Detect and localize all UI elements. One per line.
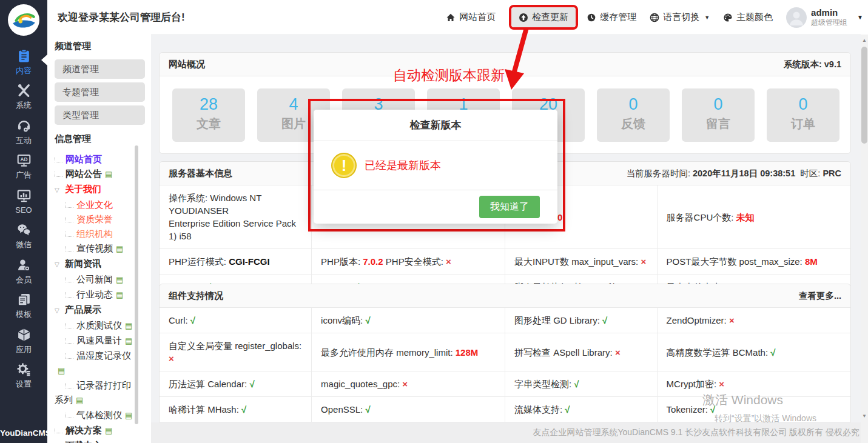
seo-icon [16, 188, 32, 204]
tree-item-资质荣誉[interactable]: 资质荣誉 [55, 212, 145, 227]
tree-line [55, 157, 62, 162]
tree-item-解决方案[interactable]: 解决方案▤ [55, 423, 145, 438]
nav-item-语言切换[interactable]: 语言切换▼ [650, 12, 710, 23]
info-cell: 最多允许使用内存 memory_limit: 128M [312, 333, 505, 371]
info-cell: ZendOptmizer: × [657, 308, 850, 333]
system-version: 系统版本: v9.1 [784, 59, 841, 70]
doc-icon: ▤ [76, 393, 83, 408]
active-section-pointer [41, 55, 47, 65]
sidebar-item-label: SEO [15, 205, 32, 215]
submenu-scrollbar-thumb[interactable] [135, 145, 138, 424]
tree-line [66, 202, 73, 208]
sidebar-item-微信[interactable]: 微信 [0, 219, 47, 255]
tree-item-关于我们[interactable]: ▽关于我们 [55, 182, 145, 198]
info-cell: 最大INPUT数 max_input_vars: × [505, 249, 657, 275]
nav-item-label: 检查更新 [532, 12, 568, 23]
stat-card: 0留言 [682, 88, 755, 142]
menu-section-info: 信息管理 [55, 133, 145, 145]
info-cell: 字串类型检测: √ [505, 371, 657, 397]
sidebar-item-SEO[interactable]: SEO [0, 184, 47, 219]
tree-item-label: 行业动态 [76, 289, 113, 299]
tree-line [55, 172, 62, 177]
sidebar-item-模板[interactable]: 模板 [0, 289, 47, 324]
update-icon [519, 13, 528, 22]
nav-item-检查更新[interactable]: 检查更新 [511, 7, 576, 27]
tree-item-网站首页[interactable]: 网站首页 [55, 152, 145, 167]
tree-item-label: 企业文化 [76, 199, 113, 210]
sidebar-item-系统[interactable]: 系统 [0, 80, 47, 115]
info-cell: POST最大字节数 post_max_size: 8M [657, 249, 850, 275]
stat-value: 0 [767, 95, 839, 114]
tree-item-行业动态[interactable]: 行业动态▤ [55, 287, 145, 302]
sidebar-item-会员[interactable]: 会员 [0, 254, 47, 289]
scroll-up-icon[interactable]: ▲ [861, 38, 868, 43]
tree-item-下载中心[interactable]: 下载中心▤ [55, 438, 145, 443]
nav-item-缓存管理[interactable]: 缓存管理 [587, 12, 636, 23]
info-cell: magic_quotes_gpc: × [312, 371, 505, 397]
tree-line [55, 428, 62, 433]
sidebar-item-内容[interactable]: 内容 [0, 45, 47, 80]
menu-button-专题管理[interactable]: 专题管理 [55, 82, 145, 102]
stat-value: 0 [682, 95, 755, 114]
doc-icon: ▤ [125, 334, 132, 348]
tree-collapse-icon[interactable]: ▽ [55, 183, 63, 198]
globe-icon [650, 13, 659, 22]
nav-item-label: 语言切换 [663, 12, 699, 23]
info-cell: PHP运行模式: CGI-FCGI [160, 249, 312, 275]
nav-item-网站首页[interactable]: 网站首页 [446, 12, 496, 23]
info-cell: PHP版本: 7.0.2 PHP安全模式: × [312, 249, 505, 275]
tree-item-温湿度记录仪[interactable]: 温湿度记录仪 ▤ [55, 348, 145, 378]
user-role: 超级管理组 [811, 18, 847, 27]
user-menu[interactable]: admin超级管理组 [786, 7, 847, 28]
tree-item-label: 风速风量计 [76, 335, 122, 345]
tree-collapse-icon[interactable]: ▽ [55, 304, 63, 318]
main-scrollbar[interactable]: ▲ ▼ [861, 35, 868, 443]
tree-item-公司新闻[interactable]: 公司新闻▤ [55, 272, 145, 287]
tree-item-网站公告[interactable]: 网站公告▤ [55, 167, 145, 182]
tree-item-label: 关于我们 [65, 184, 101, 194]
info-cell: MCrypt加密: × [657, 371, 850, 397]
tree-item-企业文化[interactable]: 企业文化 [55, 198, 145, 212]
tree-item-水质测试仪[interactable]: 水质测试仪▤ [55, 318, 145, 333]
tree-item-宣传视频[interactable]: 宣传视频▤ [55, 241, 145, 256]
table-row: 历法运算 Calendar: √magic_quotes_gpc: ×字串类型检… [160, 371, 850, 397]
home-icon [446, 13, 456, 22]
tree-item-新闻资讯[interactable]: ▽新闻资讯 [55, 256, 145, 272]
menu-button-频道管理[interactable]: 频道管理 [55, 59, 145, 79]
nav-item-主题颜色[interactable]: 主题颜色 [723, 12, 773, 23]
user-meta: admin超级管理组 [811, 7, 847, 27]
info-cell: Curl: √ [160, 308, 312, 333]
sidebar-item-应用[interactable]: 应用 [0, 324, 47, 359]
copyright-text: 友点企业网站管理系统YouDianCMS 9.1 长沙友点软件科技有限公司 版权… [533, 427, 860, 438]
tree-item-气体检测仪[interactable]: 气体检测仪▤ [55, 408, 145, 423]
table-row: Curl: √iconv编码: √图形处理 GD Library: √ZendO… [160, 308, 850, 333]
confirm-button[interactable]: 我知道了 [479, 196, 540, 218]
tree-line [66, 383, 73, 388]
doc-icon: ▤ [58, 364, 65, 378]
system-icon [16, 83, 32, 98]
tree-item-风速风量计[interactable]: 风速风量计▤ [55, 333, 145, 348]
tree-item-label: 解决方案 [66, 425, 102, 435]
tree-item-记录器打打印系列[interactable]: 记录器打打印 系列▤ [55, 378, 145, 408]
view-more-link[interactable]: 查看更多... [799, 290, 841, 302]
sidebar-item-互动[interactable]: 互动 [0, 115, 47, 150]
sidebar-item-广告[interactable]: AD广告 [0, 150, 47, 185]
app-logo[interactable] [8, 4, 39, 36]
menu-button-类型管理[interactable]: 类型管理 [55, 105, 145, 125]
tree-item-产品展示[interactable]: ▽产品展示 [55, 302, 145, 318]
stat-label: 反馈 [597, 116, 670, 132]
tree-item-label: 宣传视频 [76, 243, 113, 253]
sidebar-item-设置[interactable]: 设置 [0, 359, 47, 394]
components-title: 组件支持情况 [169, 290, 223, 302]
interact-icon [16, 118, 32, 133]
menu-button-group: 频道管理专题管理类型管理 [55, 59, 145, 125]
user-chevron-down-icon[interactable]: ▼ [857, 14, 863, 21]
sidebar-item-label: 模板 [16, 309, 32, 320]
scroll-down-icon[interactable]: ▼ [861, 413, 868, 419]
tree-collapse-icon[interactable]: ▽ [55, 258, 63, 272]
modal-message: 已经是最新版本 [365, 158, 441, 173]
tree-item-组织机构[interactable]: 组织机构 [55, 227, 145, 241]
nav-item-label: 主题颜色 [736, 12, 773, 23]
tree-item-label: 公司新闻 [76, 274, 113, 284]
scrollbar-thumb[interactable] [861, 47, 867, 144]
